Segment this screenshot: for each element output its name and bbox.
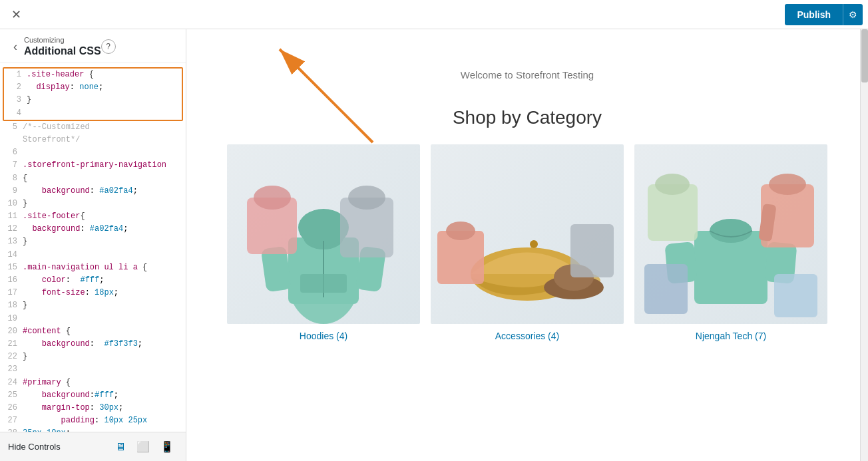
svg-point-13 [254,186,291,210]
code-line-17: 17 font-size: 18px; [0,287,186,299]
njengah-category: Njengah Tech (7) [634,144,827,341]
code-line-19: 19 [0,313,186,325]
accessories-image [431,144,624,324]
svg-line-1 [280,49,373,142]
code-line-14: 14 [0,249,186,261]
highlighted-code-block: 1 .site-header { 2 display: none; 3 } 4 [3,67,183,121]
customizing-label: Customizing [24,36,101,44]
code-editor[interactable]: 1 .site-header { 2 display: none; 3 } 4 [0,63,186,432]
accessories-label: Accessories (4) [495,331,559,341]
code-line-5: 5 /*--Customized [0,121,186,134]
hoodies-category: Hoodies (4) [227,144,420,341]
code-line-5b: Storefront*/ [0,134,186,146]
code-line-18: 18 } [0,299,186,312]
njengah-label: Njengah Tech (7) [696,331,766,341]
code-line-16: 16 color: #fff; [0,274,186,287]
code-line-7: 7 .storefront-primary-navigation [0,159,186,172]
code-line-13: 13 } [0,235,186,248]
preview-frame: Welcome to Storefront Testing Shop by Ca… [186,29,868,461]
svg-point-20 [446,222,475,240]
code-line-28: 28 25px 10px; [0,427,186,432]
code-line-4: 4 [4,107,182,120]
preview-content: Welcome to Storefront Testing Shop by Ca… [186,29,868,461]
back-button[interactable]: ‹ [11,37,20,57]
accessories-illustration [431,144,624,324]
njengah-illustration [634,144,827,324]
scrollbar-thumb [861,29,868,82]
code-line-6: 6 [0,146,186,159]
code-line-25: 25 background:#fff; [0,389,186,402]
code-line-1: 1 .site-header { [4,69,182,81]
close-button[interactable]: ✕ [5,4,27,25]
svg-point-23 [710,219,752,243]
tablet-icon: ⬜ [136,441,150,452]
top-bar: ✕ Publish ⚙ [0,0,868,29]
sidebar-bottom: Hide Controls 🖥 ⬜ 📱 [0,432,186,461]
view-buttons: 🖥 ⬜ 📱 [111,438,178,456]
svg-point-15 [530,240,538,248]
code-line-20: 20 #content { [0,325,186,338]
publish-settings-button[interactable]: ⚙ [843,4,863,25]
svg-rect-7 [300,274,347,293]
accessories-category: Accessories (4) [431,144,624,341]
top-bar-left: ✕ [5,4,27,25]
publish-group: Publish ⚙ [785,4,863,25]
mobile-view-button[interactable]: 📱 [156,438,178,456]
svg-rect-32 [774,274,817,317]
main-layout: ‹ Customizing Additional CSS ? 1 .site-h… [0,29,868,461]
svg-point-30 [655,174,690,195]
njengah-image [634,144,827,324]
tablet-view-button[interactable]: ⬜ [132,438,154,456]
right-scrollbar[interactable] [860,29,868,461]
sidebar-header-info: Customizing Additional CSS [24,36,101,57]
svg-point-11 [348,186,385,210]
code-line-2: 2 display: none; [4,81,182,94]
code-line-24: 24 #primary { [0,377,186,389]
code-line-3: 3 } [4,94,182,106]
code-line-15: 15 .main-navigation ul li a { [0,261,186,274]
code-line-26: 26 margin-top: 30px; [0,402,186,414]
help-button[interactable]: ? [101,39,116,54]
code-line-10: 10 } [0,198,186,210]
hoodies-image [227,144,420,324]
code-line-12: 12 background: #a02fa4; [0,223,186,235]
code-line-11: 11 .site-footer{ [0,210,186,223]
code-line-27: 27 padding: 10px 25px [0,414,186,427]
code-line-9: 9 background: #a02fa4; [0,185,186,198]
sidebar-header-row: ‹ Customizing Additional CSS ? [0,29,186,63]
desktop-icon: 🖥 [115,441,126,452]
hide-controls-button[interactable]: Hide Controls [8,442,61,452]
section-title: Additional CSS [24,45,101,57]
hoodies-illustration [227,144,420,324]
mobile-icon: 📱 [160,441,174,452]
shop-by-category-title: Shop by Category [453,107,602,128]
categories-grid: Hoodies (4) [186,144,868,341]
code-line-22: 22 } [0,351,186,363]
sidebar: ‹ Customizing Additional CSS ? 1 .site-h… [0,29,186,461]
code-line-23: 23 [0,363,186,376]
gear-icon: ⚙ [849,9,857,20]
hoodies-label: Hoodies (4) [300,331,347,341]
svg-point-27 [769,174,806,195]
desktop-view-button[interactable]: 🖥 [111,438,130,456]
code-line-8: 8 { [0,172,186,185]
svg-rect-21 [570,224,614,277]
publish-button[interactable]: Publish [785,4,843,25]
code-line-21: 21 background: #f3f3f3; [0,338,186,351]
welcome-text: Welcome to Storefront Testing [461,69,594,80]
svg-rect-31 [644,264,688,314]
preview-pane: Welcome to Storefront Testing Shop by Ca… [186,29,868,461]
